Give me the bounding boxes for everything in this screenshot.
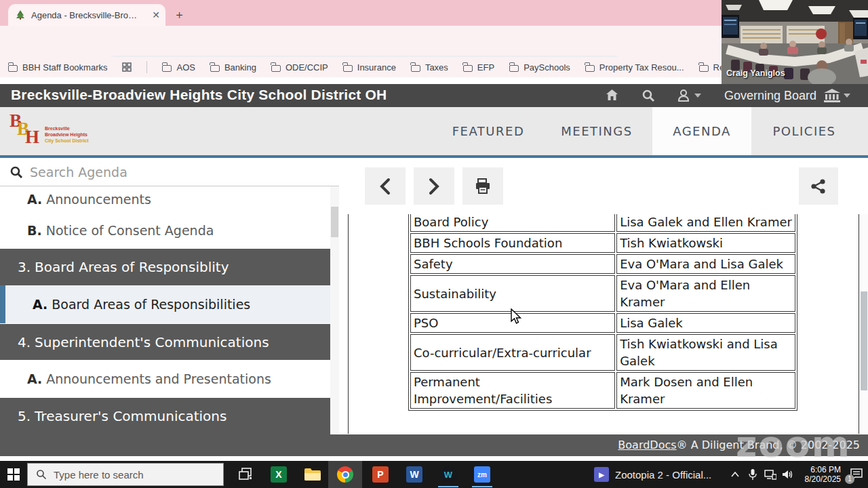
clock-date: 8/20/2025 [799,474,841,484]
table-row: Co-curricular/Extra-curricularTish Kwiat… [410,334,795,371]
tab-close-icon[interactable]: ✕ [152,9,160,20]
bookmark-folder-efp[interactable]: EFP [463,62,494,73]
bookmark-bbh-staff[interactable]: BBH Staff Bookmarks [8,62,107,73]
file-explorer-taskbar-button[interactable] [297,461,328,488]
table-row: Board PolicyLisa Galek and Ellen Kramer [410,214,795,232]
previous-item-button[interactable] [365,167,406,205]
chevron-right-icon [427,178,441,195]
next-item-button[interactable] [414,167,454,205]
site-home-icon[interactable] [606,89,618,101]
word-taskbar-button[interactable]: W [399,461,430,488]
tab-featured[interactable]: FEATURED [437,107,539,155]
folder-gear-icon [8,65,18,72]
share-icon [810,178,827,195]
agenda-content-region: Board PolicyLisa Galek and Ellen Kramer … [348,214,859,434]
tray-clock[interactable]: 6:06 PM 8/20/2025 [799,465,841,484]
chrome-icon [337,466,353,483]
sidebar-item-announcements-presentations[interactable]: A.Announcements and Presentations [0,360,330,398]
tab-favicon-tree-icon [15,9,26,20]
tab-agenda[interactable]: AGENDA [652,107,751,155]
printer-icon [474,178,492,195]
bookmark-folder-banking[interactable]: Banking [210,62,256,73]
webex-running-indicator [438,486,458,487]
bookmark-folder-aos[interactable]: AOS [162,62,195,73]
zoom-watermark: zoom [736,423,851,466]
chevron-down-icon [844,94,850,98]
boarddocs-link[interactable]: BoardDocs [618,439,676,451]
folder-icon [162,65,172,72]
bookmark-folder-payschools[interactable]: PaySchools [509,62,570,73]
folder-icon [411,65,420,72]
search-icon [9,165,23,179]
folder-icon [210,65,220,72]
table-row: PSOLisa Galek [410,313,795,333]
speaker-name-label: Craig Yaniglos [726,68,785,78]
media-window-button[interactable]: ▶ Zootopia 2 - Official... [594,461,730,488]
media-play-icon: ▶ [594,467,609,482]
agenda-sidebar: A.Announcements B.Notice of Consent Agen… [0,158,339,434]
tray-expand-chevron[interactable] [727,461,743,488]
sidebar-item-notice-consent[interactable]: B.Notice of Consent Agenda [0,212,330,249]
sidebar-section-superintendent[interactable]: 4.Superintendent's Communications [0,324,330,360]
folder-icon [699,65,709,72]
sidebar-section-treasurer[interactable]: 5.Treasurer's Communications [0,398,330,434]
webex-taskbar-button[interactable]: W [433,461,464,488]
print-button[interactable] [462,167,503,205]
taskbar-search-box[interactable]: Type here to search [27,463,224,486]
webex-icon: W [440,466,456,483]
folder-icon [463,65,473,72]
browser-tab[interactable]: Agenda - Brecksville-Broadview ✕ [8,4,165,26]
tab-title: Agenda - Brecksville-Broadview [31,10,140,20]
sidebar-scrollbar-thumb[interactable] [331,207,338,237]
institution-bank-icon[interactable] [823,89,850,102]
table-row: SustainabilityEva O'Mara and Ellen Krame… [410,275,795,312]
word-icon: W [406,466,422,483]
powerpoint-taskbar-button[interactable]: P [365,461,396,488]
search-icon [36,469,47,480]
sidebar-item-announcements[interactable]: A.Announcements [0,186,330,212]
folder-icon [509,65,519,72]
file-explorer-icon [304,467,321,482]
windows-taskbar: Type here to search X P W W zm ▶ Zootopi… [0,461,868,488]
mouse-cursor [510,308,522,326]
webcam-overlay: Craig Yaniglos [722,0,868,84]
site-search-icon[interactable] [642,89,655,102]
folder-icon [343,65,353,72]
bookmarks-divider [146,61,147,73]
bookmark-folder-taxes[interactable]: Taxes [411,62,448,73]
zoom-running-indicator [472,486,492,487]
bookmark-folder-property-tax[interactable]: Property Tax Resou... [585,62,684,73]
table-row: SafetyEva O'Mara and Lisa Galek [410,254,795,274]
sidebar-item-board-areas-selected[interactable]: A.Board Areas of Responsibilities [0,285,330,323]
tab-meetings[interactable]: MEETINGS [546,107,648,155]
new-tab-button[interactable]: ＋ [174,7,185,22]
bookmark-folder-ode-ccip[interactable]: ODE/CCIP [271,62,328,73]
chevron-left-icon [378,178,392,195]
content-scrollbar[interactable] [859,214,868,434]
agenda-main-panel: Board PolicyLisa Galek and Ellen Kramer … [339,158,868,434]
start-button[interactable] [0,461,27,488]
network-tray-icon[interactable] [762,461,778,488]
chrome-taskbar-button[interactable] [328,461,362,488]
task-view-button[interactable] [231,461,260,488]
zoom-icon: zm [474,466,490,483]
user-account-icon[interactable] [677,89,701,102]
zoom-taskbar-button[interactable]: zm [467,461,498,488]
share-button[interactable] [799,167,838,205]
tab-policies[interactable]: POLICIES [754,107,854,155]
bbh-logo[interactable]: B B H Brecksville Broadview Heights City… [9,110,104,152]
task-view-icon [239,468,252,481]
board-selector-label[interactable]: Governing Board [724,89,816,103]
search-agenda-input[interactable] [30,165,301,180]
sidebar-section-board-areas[interactable]: 3.Board Areas of Responsiblity [0,249,330,285]
apps-grid-icon[interactable] [122,62,132,72]
microphone-tray-icon[interactable] [745,461,761,488]
district-title: Brecksville-Broadview Heights City Schoo… [11,87,387,103]
excel-taskbar-button[interactable]: X [263,461,294,488]
table-row: BBH Schools FoundationTish Kwiatkowski [410,233,795,253]
bookmark-folder-insurance[interactable]: Insurance [343,62,396,73]
volume-tray-icon[interactable] [780,461,796,488]
content-scrollbar-thumb[interactable] [861,291,867,390]
windows-logo-icon [7,468,20,481]
sidebar-scrollbar[interactable] [330,186,339,434]
